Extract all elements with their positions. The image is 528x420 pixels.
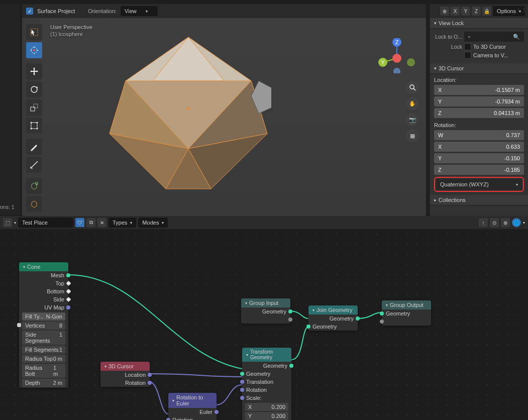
to-3d-cursor-label: To 3D Cursor — [473, 44, 506, 50]
cursor-rot-y[interactable]: Y-0.150 — [434, 153, 524, 163]
svg-point-34 — [37, 122, 38, 124]
node-tree-name[interactable]: Test Place — [18, 218, 73, 228]
orientation-select[interactable]: View▾ — [121, 6, 158, 16]
perspective-info: User Perspective (1) Icosphere — [50, 24, 92, 37]
icosphere-mesh[interactable] — [105, 33, 271, 199]
svg-point-33 — [31, 122, 32, 124]
node-cone[interactable]: ▾Cone Mesh Top Bottom Side UV Map Fill T… — [19, 262, 68, 388]
status-columns: nns: 1 — [0, 204, 15, 210]
chevron-down-icon: ▾ — [434, 21, 437, 26]
pan-icon[interactable]: ✋ — [406, 97, 419, 110]
add-cube-tool-2[interactable] — [26, 196, 42, 212]
cone-vertices[interactable]: Vertices8 — [22, 322, 65, 330]
cursor-rot-w[interactable]: W0.737 — [434, 130, 524, 140]
pivot-icon[interactable]: ⊕ — [501, 218, 510, 227]
viewport-3d[interactable]: ✓ Surface Project Orientation: View▾ Use… — [22, 4, 426, 216]
svg-point-18 — [407, 58, 415, 66]
left-region — [0, 4, 20, 215]
camera-icon[interactable]: 📷 — [406, 113, 419, 126]
cone-radius-top[interactable]: Radius Top0 m — [22, 355, 65, 363]
to-3d-cursor-checkbox[interactable] — [464, 43, 471, 50]
svg-point-36 — [37, 128, 38, 130]
transform-scale-y[interactable]: Y0.200 — [245, 412, 288, 420]
cursor-rot-z[interactable]: Z-0.185 — [434, 165, 524, 175]
cone-side-seg[interactable]: Side Segments1 — [22, 331, 65, 345]
node-group-output[interactable]: ▾Group Output Geometry — [382, 300, 431, 326]
parent-icon[interactable]: ↑ — [479, 218, 488, 227]
tool-shelf: + — [26, 24, 42, 212]
svg-point-17 — [392, 54, 401, 63]
node-canvas[interactable]: ▾Cone Mesh Top Bottom Side UV Map Fill T… — [0, 229, 528, 420]
svg-point-24 — [33, 49, 35, 51]
zoom-icon[interactable] — [406, 81, 419, 94]
cursor-loc-z[interactable]: Z0.04113 m — [434, 108, 524, 118]
svg-point-29 — [31, 86, 37, 92]
axis-x-button[interactable]: X — [451, 7, 460, 16]
axis-z-button[interactable]: Z — [472, 7, 481, 16]
cursor-loc-x[interactable]: X-0.1507 m — [434, 85, 524, 95]
snap-icon[interactable]: ⊙ — [490, 218, 499, 227]
axis-y-button[interactable]: Y — [461, 7, 470, 16]
svg-text:Z: Z — [395, 39, 399, 45]
surface-project-label: Surface Project — [37, 8, 75, 14]
overlay-icon[interactable]: 🌐 — [512, 218, 521, 227]
node-3d-cursor[interactable]: ▾3D Cursor Location Rotation — [100, 362, 150, 387]
svg-rect-30 — [31, 107, 35, 111]
add-cube-tool[interactable]: + — [26, 178, 42, 194]
surface-project-checkbox[interactable]: ✓ — [26, 8, 33, 15]
camera-to-view-checkbox[interactable] — [464, 52, 471, 59]
cursor-rot-x[interactable]: X0.633 — [434, 142, 524, 152]
cone-radius-bot[interactable]: Radius Bott1 m — [22, 364, 65, 378]
svg-text:Y: Y — [381, 59, 385, 65]
node-editor: ⬚ ▾ Test Place 🛡 ⧉ ✕ Types▾ Modes▾ ↑ ⊙ ⊕… — [0, 216, 528, 420]
svg-rect-32 — [31, 123, 37, 129]
viewport-controls: ✋ 📷 ▦ — [406, 81, 419, 142]
gizmo-toggle-icon[interactable]: ⊕ — [440, 7, 449, 16]
cursor-tool[interactable] — [26, 42, 42, 58]
select-box-tool[interactable] — [26, 24, 42, 40]
editor-type-icon[interactable]: ⬚ — [3, 218, 12, 227]
collections-panel-header[interactable]: ▸ Collections ⋮⋮ — [430, 195, 528, 205]
cone-fill-type[interactable]: Fill Ty...N-Gon — [22, 312, 65, 321]
svg-point-19 — [393, 68, 400, 73]
duplicate-icon[interactable]: ⧉ — [86, 218, 95, 227]
modes-dropdown[interactable]: Modes▾ — [138, 218, 168, 228]
transform-tool[interactable] — [26, 118, 42, 134]
node-rotation-to-euler[interactable]: ▾Rotation to Euler Euler Rotation — [168, 393, 217, 420]
rotation-mode-select[interactable]: Quaternion (WXYZ)▾ — [436, 179, 522, 190]
transform-scale-x[interactable]: X0.200 — [245, 403, 288, 411]
svg-point-35 — [31, 128, 32, 130]
rotation-mode-highlight: Quaternion (WXYZ)▾ — [434, 177, 524, 192]
node-transform-geometry[interactable]: ▾Transform Geometry Geometry Geometry Tr… — [242, 348, 291, 420]
node-join-geometry[interactable]: ▾Join Geometry Geometry Geometry — [308, 305, 358, 331]
shield-icon[interactable]: 🛡 — [75, 218, 84, 227]
rotate-tool[interactable] — [26, 81, 42, 97]
close-icon[interactable]: ✕ — [97, 218, 107, 227]
svg-text:+: + — [35, 181, 38, 186]
nav-gizmo[interactable]: Z Y — [377, 38, 417, 73]
lock-to-object-field[interactable]: ▫🔍 — [464, 32, 524, 42]
svg-line-21 — [413, 88, 415, 90]
scale-tool[interactable] — [26, 99, 42, 116]
viewport-canvas[interactable]: User Perspective (1) Icosphere Z Y — [40, 18, 426, 216]
node-editor-header: ⬚ ▾ Test Place 🛡 ⧉ ✕ Types▾ Modes▾ ↑ ⊙ ⊕… — [0, 216, 528, 229]
grid-icon[interactable]: ▦ — [406, 129, 419, 142]
chevron-right-icon: ▸ — [434, 197, 437, 202]
camera-lock-icon[interactable]: 🔒 — [482, 7, 491, 16]
svg-point-10 — [187, 107, 190, 110]
sidebar-n-panel: ⊕ X Y Z 🔒 Options▾ ▾ View Lock Lock to O… — [430, 4, 528, 216]
cone-depth[interactable]: Depth2 m — [22, 379, 65, 387]
annotate-tool[interactable] — [26, 139, 42, 155]
drag-handle-icon[interactable]: ⋮⋮ — [516, 7, 527, 13]
cone-fill-seg[interactable]: Fill Segments1 — [22, 346, 65, 354]
cursor-panel-header[interactable]: ▾ 3D Cursor ⋮⋮ — [430, 63, 528, 74]
sidebar-header: ⊕ X Y Z 🔒 Options▾ — [430, 4, 528, 18]
measure-tool[interactable] — [26, 157, 42, 173]
orientation-label: Orientation: — [88, 8, 117, 14]
cursor-loc-y[interactable]: Y-0.7934 m — [434, 96, 524, 107]
node-group-input[interactable]: ▾Group Input Geometry — [241, 298, 290, 324]
view-lock-panel-header[interactable]: ▾ View Lock — [430, 18, 528, 29]
types-dropdown[interactable]: Types▾ — [109, 218, 136, 228]
viewport-header: ✓ Surface Project Orientation: View▾ — [22, 4, 426, 18]
move-tool[interactable] — [26, 63, 42, 79]
